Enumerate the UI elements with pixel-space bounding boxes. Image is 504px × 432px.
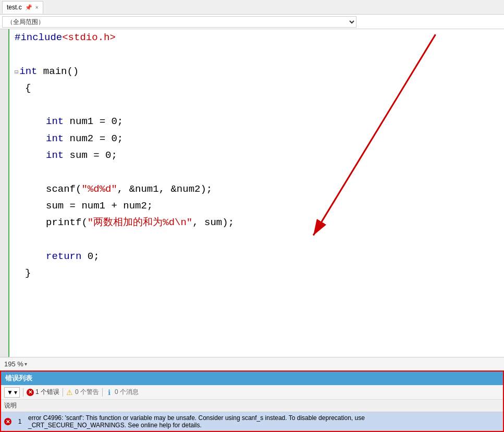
decl-num1: num1 = 0; (64, 116, 123, 127)
collapse-button[interactable]: ⊟ (15, 67, 18, 78)
string-stdio: <stdio.h> (62, 29, 116, 46)
code-line-4: { (15, 80, 504, 96)
scope-bar: （全局范围） (0, 15, 504, 29)
code-line-1: #include<stdio.h> (15, 29, 504, 46)
scope-dropdown[interactable]: （全局范围） (2, 16, 357, 28)
keyword-return: return (46, 251, 81, 262)
message-count-label: 0 个消息 (115, 388, 139, 397)
printf-call: printf( (46, 217, 88, 228)
error-panel: 错误列表 ▼ ▾ ✕ 1 个错误 ⚠ 0 个警告 ℹ 0 个消息 说明 ✕ 1 … (0, 371, 504, 432)
sum-assign: sum = num1 + num2; (15, 198, 153, 214)
code-line-7: int num2 = 0; (15, 130, 504, 147)
error-count-label: 1 个错误 (35, 388, 59, 397)
tab-bar: test.c 📌 × (0, 0, 504, 15)
code-line-12: printf("两数相加的和为%d\n", sum); (15, 214, 504, 231)
error-panel-header: 错误列表 (1, 372, 503, 385)
keyword-int-main: int (19, 63, 37, 80)
keyword-int-2: int (46, 133, 64, 144)
decl-sum: sum = 0; (64, 150, 117, 161)
code-editor[interactable]: #include<stdio.h> ⊟int main() { int num1… (9, 29, 504, 357)
scanf-call: scanf( (46, 183, 81, 195)
row-error-icon: ✕ (4, 418, 11, 425)
code-line-15: } (15, 265, 504, 281)
info-icon: ℹ (106, 389, 113, 396)
keyword-int-3: int (46, 150, 64, 161)
column-description: 说明 (4, 401, 17, 410)
code-line-5 (15, 96, 504, 113)
keyword-int-1: int (46, 116, 64, 127)
warning-icon: ⚠ (66, 389, 73, 396)
decl-num2: num2 = 0; (64, 133, 123, 144)
code-line-13 (15, 231, 504, 248)
scanf-format-str: "%d%d" (81, 183, 117, 195)
warning-count-label: 0 个警告 (75, 388, 99, 397)
tab-filename: test.c (7, 4, 22, 11)
row-message: error C4996: 'scanf': This function or v… (28, 414, 500, 429)
open-brace: { (15, 80, 31, 96)
printf-format-str: "两数相加的和为%d\n" (88, 217, 192, 228)
toolbar-separator-1 (23, 388, 23, 397)
zoom-dropdown-icon: ▾ (24, 361, 27, 367)
filter-button[interactable]: ▼ ▾ (4, 387, 20, 398)
code-line-3: ⊟int main() (15, 63, 504, 80)
error-table-header: 说明 (1, 400, 503, 412)
code-line-6: int num1 = 0; (15, 113, 504, 130)
tab-close-button[interactable]: × (35, 5, 39, 10)
keyword-include: #include (15, 29, 62, 46)
filter-dropdown-icon: ▾ (14, 389, 17, 396)
code-line-8: int sum = 0; (15, 147, 504, 164)
code-line-14: return 0; (15, 248, 504, 265)
warning-count[interactable]: ⚠ 0 个警告 (66, 388, 99, 397)
message-count[interactable]: ℹ 0 个消息 (106, 388, 139, 397)
error-toolbar: ▼ ▾ ✕ 1 个错误 ⚠ 0 个警告 ℹ 0 个消息 (1, 385, 503, 400)
toolbar-separator-3 (102, 388, 103, 397)
editor-gutter (0, 29, 9, 357)
filter-icon: ▼ (7, 389, 13, 396)
error-count[interactable]: ✕ 1 个错误 (27, 388, 59, 397)
toolbar-separator-2 (63, 388, 63, 397)
editor-area: #include<stdio.h> ⊟int main() { int num1… (0, 29, 504, 357)
tab-test-c[interactable]: test.c 📌 × (2, 1, 43, 14)
error-row-1[interactable]: ✕ 1 error C4996: 'scanf': This function … (1, 412, 503, 431)
code-line-11: sum = num1 + num2; (15, 198, 504, 214)
code-line-9 (15, 164, 504, 180)
code-line-2 (15, 46, 504, 63)
row-number: 1 (15, 418, 25, 425)
close-brace: } (15, 265, 31, 281)
status-bar: 195 % ▾ (0, 357, 504, 371)
code-line-10: scanf("%d%d", &num1, &num2); (15, 181, 504, 198)
tab-pin-icon: 📌 (25, 4, 32, 11)
error-icon: ✕ (27, 389, 34, 396)
zoom-control[interactable]: 195 % ▾ (4, 360, 27, 368)
error-panel-title: 错误列表 (5, 374, 32, 383)
zoom-level: 195 % (4, 360, 23, 368)
